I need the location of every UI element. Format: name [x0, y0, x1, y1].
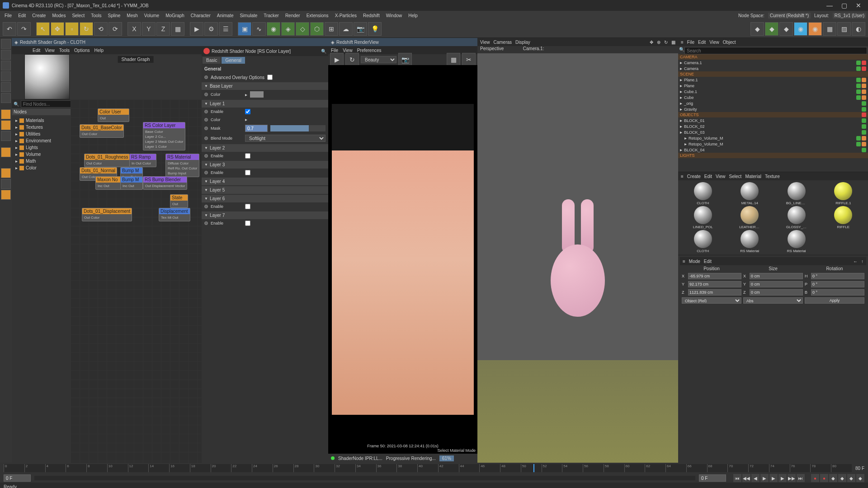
rp-menu-view[interactable]: View — [709, 40, 719, 45]
render-region[interactable]: ▦ — [447, 53, 460, 66]
tree-lights[interactable]: ▸Lights — [14, 144, 69, 151]
attr-connector[interactable] — [204, 93, 208, 96]
render-crop[interactable]: ✂ — [462, 53, 476, 66]
axis-mode[interactable] — [1, 109, 11, 119]
rs-tool-2[interactable]: ◆ — [765, 22, 778, 36]
node-material[interactable]: RS MaterialDiffuse ColorRefl Ro. Out Col… — [165, 154, 199, 177]
aov-select[interactable]: Beauty — [361, 56, 396, 63]
generator-1[interactable]: ◉ — [267, 22, 280, 36]
render-settings[interactable]: ⚙ — [204, 22, 218, 36]
rs-tool-3[interactable]: ◆ — [779, 22, 793, 36]
node-basecolor[interactable]: Dots_01_BaseColorOut Color — [80, 124, 124, 138]
menu-simulate[interactable]: Simulate — [237, 12, 260, 19]
material-item[interactable]: RS Material — [727, 230, 773, 253]
menu-file[interactable]: File — [2, 12, 14, 19]
scale-tool[interactable]: ▫ — [65, 22, 79, 36]
poly-mode[interactable] — [1, 93, 11, 103]
uv-tool-1[interactable] — [1, 168, 11, 178]
node-roughness[interactable]: Dots_01_RoughnessOut Color — [84, 154, 130, 167]
next-frame-button[interactable]: ▶ — [778, 474, 787, 482]
mat-menu-select[interactable]: Select — [729, 174, 742, 179]
cube-primitive[interactable]: ▣ — [238, 22, 251, 36]
size-z-input[interactable] — [750, 289, 803, 296]
vp-menu-view[interactable]: View — [480, 40, 490, 45]
rs-tool-4[interactable]: ◉ — [794, 22, 807, 36]
goto-end-button[interactable]: ⏭ — [797, 474, 805, 482]
coord-system[interactable]: ▦ — [171, 22, 184, 36]
attr-connector[interactable] — [204, 136, 208, 140]
point-mode[interactable] — [1, 71, 11, 81]
scene-item[interactable]: ▸BLOCK_03 — [678, 129, 868, 135]
node-graph-canvas[interactable]: Color UserOut Dots_01_BaseColorOut Color… — [71, 99, 202, 463]
scene-item[interactable]: ▸Camera — [678, 66, 868, 71]
menu-create[interactable]: Create — [29, 12, 48, 19]
layout-value[interactable]: RS_1v1 (User) — [833, 13, 866, 19]
scene-item[interactable]: ▸Camera.1 — [678, 60, 868, 66]
scene-item[interactable]: ▸BLOCK_01 — [678, 117, 868, 123]
close-button[interactable]: ✕ — [852, 1, 865, 10]
shader-menu-view[interactable]: View — [45, 48, 55, 53]
size-y-input[interactable] — [750, 281, 803, 287]
frame-range-bar[interactable] — [34, 476, 695, 480]
workplane-mode[interactable] — [1, 61, 11, 70]
rs-tool-8[interactable]: ◐ — [852, 22, 865, 36]
menu-mograph[interactable]: MoGraph — [163, 12, 187, 19]
node-displacement[interactable]: Dots_01_DisplacementOut Color — [82, 208, 132, 221]
pos-y-input[interactable] — [688, 281, 741, 287]
mat-menu-texture[interactable]: Texture — [765, 174, 780, 179]
node-colorlayer[interactable]: RS Color LayerBase ColorLayer 2 Co...Lay… — [143, 122, 185, 150]
color-chevron-icon[interactable]: ▸ — [245, 117, 247, 122]
render-menu-prefs[interactable]: Preferences — [357, 48, 382, 53]
mask-slider[interactable] — [270, 125, 326, 131]
camera-tool[interactable]: 📷 — [354, 22, 367, 36]
menu-tracker[interactable]: Tracker — [261, 12, 282, 19]
move-tool[interactable]: ✥ — [51, 22, 64, 36]
material-item[interactable]: METAL.14 — [727, 182, 773, 205]
timeline-ruler[interactable]: 0246810121416182022242628303234363840424… — [4, 464, 852, 472]
material-item[interactable]: RIFFLE — [821, 206, 867, 229]
deformer[interactable]: ⊞ — [325, 22, 338, 36]
shader-menu-edit[interactable]: Edit — [33, 48, 40, 53]
mat-menu-create[interactable]: Create — [687, 174, 701, 179]
node-color-user[interactable]: Color UserOut — [98, 108, 129, 122]
pos-x-input[interactable] — [688, 273, 741, 279]
node-ramp[interactable]: RS RampIn Out Color — [129, 154, 156, 167]
tree-volume[interactable]: ▸Volume — [14, 151, 69, 158]
model-mode[interactable] — [1, 39, 11, 49]
menu-help[interactable]: Help — [406, 12, 420, 19]
rs-tool-7[interactable]: ▨ — [837, 22, 851, 36]
menu-character[interactable]: Character — [188, 12, 213, 19]
pos-z-input[interactable] — [688, 289, 741, 296]
shader-panel-tab[interactable]: ◈ Redshift Shader Graph - CLOTH — [12, 38, 328, 46]
shader-menu-options[interactable]: Options — [74, 48, 90, 53]
scene-item[interactable]: ▸Gravity — [678, 106, 868, 112]
layer1-enable-check[interactable] — [245, 109, 250, 114]
render-start[interactable]: ▶ — [330, 53, 344, 66]
scene-item[interactable]: ▸Plane — [678, 83, 868, 89]
section-base-layer[interactable]: Base Layer — [202, 82, 328, 90]
autokey-button[interactable]: ● — [820, 474, 828, 482]
material-item[interactable]: LEATHER_S1 — [727, 206, 773, 229]
coord-menu-edit[interactable]: Edit — [704, 259, 712, 264]
viewport-3d[interactable] — [477, 53, 678, 463]
vp-menu-cameras[interactable]: Cameras — [494, 40, 512, 45]
goto-start-button[interactable]: ⏮ — [733, 474, 741, 482]
render-menu-view[interactable]: View — [343, 48, 353, 53]
menu-modes[interactable]: Modes — [49, 12, 68, 19]
next-key-button[interactable]: ▶▶ — [788, 474, 796, 482]
tree-color[interactable]: ▸Color — [14, 164, 69, 171]
key-param-button[interactable]: ◆ — [856, 474, 864, 482]
mat-tool[interactable] — [1, 147, 11, 157]
rotate-tool[interactable]: ↻ — [80, 22, 93, 36]
tree-math[interactable]: ▸Math — [14, 158, 69, 164]
play-button[interactable]: ▶ — [769, 474, 778, 482]
frame-end-input[interactable] — [699, 474, 726, 482]
z-axis-lock[interactable]: Z — [156, 22, 170, 36]
scene-item[interactable]: ▸Cube.1 — [678, 89, 868, 94]
key-pos-button[interactable]: ◆ — [829, 474, 837, 482]
viewport-solo[interactable] — [1, 120, 11, 130]
nav-prev-icon[interactable]: ← — [853, 259, 858, 264]
prev-frame-button[interactable]: ◀ — [751, 474, 760, 482]
scene-item[interactable]: ▸BLOCK_04 — [678, 147, 868, 153]
mask-input[interactable] — [245, 125, 268, 132]
